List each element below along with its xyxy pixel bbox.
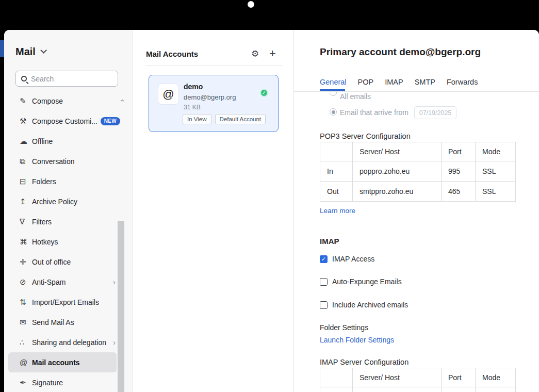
row-server: poppro.zoho.eu: [353, 161, 442, 182]
imap-access-row: IMAP Access: [320, 255, 374, 263]
mode-header: Mode: [476, 368, 516, 387]
row-server: smtppro.zoho.eu: [353, 182, 442, 202]
learn-more-link[interactable]: Learn more: [320, 207, 355, 215]
detail-scroll-area: All emails Email that arrive from 07/19/…: [294, 92, 539, 392]
launch-folder-settings-link[interactable]: Launch Folder Settings: [320, 336, 394, 344]
default-account-badge: Default Account: [215, 114, 266, 124]
server-host-header: Server/ Host: [353, 368, 442, 387]
status-dot: [248, 1, 254, 8]
accounts-settings-gear-icon[interactable]: ⚙: [251, 48, 259, 59]
sidebar-item-archive-policy[interactable]: ↥ Archive Policy: [8, 191, 117, 211]
all-emails-label: All emails: [340, 92, 371, 101]
page-title: Primary account demo@bgerp.org: [320, 46, 481, 58]
account-card-demo[interactable]: @ demo demo@bgerp.org 31 KB In View Defa…: [149, 75, 279, 132]
tab-imap[interactable]: IMAP: [385, 78, 403, 86]
pop3-server-table: Server/ Host Port Mode In poppro.zoho.eu…: [320, 142, 516, 202]
settings-panel: Mail Search ✎ Compose ⚒ Compose Customi.…: [4, 30, 539, 392]
tab-general[interactable]: General: [320, 78, 347, 86]
imap-config-heading: IMAP Server Configuration: [320, 358, 409, 366]
sidebar-item-offline[interactable]: ☁ Offline: [8, 131, 117, 151]
table-corner-cell: [320, 142, 353, 161]
detail-tabs: General POP IMAP SMTP Forwards: [320, 78, 478, 86]
arrive-from-radio[interactable]: [330, 108, 337, 116]
arrive-from-label: Email that arrive from: [340, 108, 409, 117]
row-mode: SSL: [476, 161, 516, 182]
new-badge: NEW: [101, 117, 120, 125]
account-email: demo@bgerp.org: [184, 93, 236, 101]
sidebar-item-signature[interactable]: ✒ Signature: [8, 372, 117, 392]
sidebar-item-import-export[interactable]: ⇅ Import/Export Emails: [8, 292, 117, 312]
tab-smtp[interactable]: SMTP: [415, 78, 435, 86]
sidebar-item-send-mail-as[interactable]: ✉ Send Mail As: [8, 312, 117, 332]
filter-funnel-icon: ∇: [20, 218, 32, 225]
settings-sidebar: Mail Search ✎ Compose ⚒ Compose Customi.…: [4, 30, 133, 392]
search-input[interactable]: Search: [15, 71, 118, 87]
tab-forwards[interactable]: Forwards: [447, 78, 478, 86]
tab-pop[interactable]: POP: [358, 78, 374, 86]
at-sign-icon: @: [20, 358, 32, 366]
send-mail-as-icon: ✉: [20, 318, 32, 326]
account-name: demo: [184, 83, 203, 91]
all-emails-radio[interactable]: [330, 92, 337, 96]
sidebar-item-mail-accounts[interactable]: @ Mail accounts: [8, 352, 117, 372]
add-account-button[interactable]: +: [269, 47, 276, 60]
conversation-icon: ⧉: [20, 157, 32, 165]
mode-header: Mode: [476, 142, 516, 161]
folder-settings-label: Folder Settings: [320, 323, 368, 332]
auto-expunge-label: Auto-Expunge Emails: [332, 277, 402, 286]
account-badges: In View Default Account: [183, 114, 266, 124]
sidebar-item-folders[interactable]: ⊟ Folders: [8, 171, 117, 191]
archive-icon: ↥: [20, 198, 32, 205]
auto-expunge-checkbox[interactable]: [320, 278, 328, 286]
anti-spam-icon: ⊘: [20, 278, 32, 286]
account-size: 31 KB: [184, 104, 201, 111]
include-archived-checkbox[interactable]: [320, 301, 328, 309]
offline-icon: ☁: [20, 137, 32, 145]
row-direction: Out: [320, 182, 353, 202]
chevron-right-icon: ›: [113, 338, 116, 346]
imap-access-checkbox[interactable]: [320, 255, 328, 263]
imap-access-label: IMAP Access: [332, 255, 374, 263]
table-row: Out smtppro.zoho.eu 465 SSL: [320, 182, 516, 202]
import-export-icon: ⇅: [20, 298, 32, 306]
row-port: 465: [442, 182, 476, 202]
compose-icon: ✎: [20, 97, 32, 105]
chevron-down-icon: [40, 47, 47, 54]
active-tab-underline: [320, 89, 345, 91]
sidebar-item-conversation[interactable]: ⧉ Conversation: [8, 151, 117, 171]
active-check-icon: ✓: [260, 89, 268, 97]
sidebar-item-sharing-delegation[interactable]: ∴ Sharing and delegation ›: [8, 332, 117, 352]
sidebar-item-compose-customization[interactable]: ⚒ Compose Customi... NEW: [8, 111, 117, 131]
date-input[interactable]: 07/19/2025: [414, 106, 456, 119]
sidebar-item-filters[interactable]: ∇ Filters: [8, 211, 117, 232]
sidebar-item-hotkeys[interactable]: ⌘ Hotkeys: [8, 232, 117, 252]
sidebar-item-anti-spam[interactable]: ⊘ Anti-Spam ›: [8, 272, 117, 292]
sidebar-item-compose[interactable]: ✎ Compose: [8, 91, 117, 111]
divider: [146, 66, 283, 66]
sidebar-item-out-of-office[interactable]: ✛ Out of office: [8, 252, 117, 272]
row-direction: In: [320, 161, 353, 182]
search-placeholder: Search: [31, 75, 54, 83]
row-mode: SSL: [476, 182, 516, 202]
scroll-up-chevron-icon[interactable]: ›: [118, 97, 126, 104]
sidebar-scrollbar-thumb[interactable]: [118, 221, 124, 392]
mail-app-switcher[interactable]: Mail: [15, 46, 45, 58]
signature-icon: ✒: [20, 379, 32, 386]
include-archived-row: Include Archived emails: [320, 301, 408, 309]
folders-icon: ⊟: [20, 177, 32, 185]
pop3-config-heading: POP3 Server Configuration: [320, 132, 411, 140]
server-host-header: Server/ Host: [353, 142, 442, 161]
row-port: 995: [442, 161, 476, 182]
out-of-office-icon: ✛: [20, 258, 32, 266]
compose-customize-icon: ⚒: [20, 117, 32, 125]
share-icon: ∴: [20, 338, 32, 346]
imap-server-table: Server/ Host Port Mode: [320, 368, 516, 392]
search-icon: [21, 76, 27, 81]
mail-accounts-panel: Mail Accounts ⚙ + @ demo demo@bgerp.org …: [133, 30, 294, 392]
sidebar-list: ✎ Compose ⚒ Compose Customi... NEW ☁ Off…: [4, 91, 132, 392]
port-header: Port: [442, 368, 476, 387]
table-corner-cell: [320, 368, 353, 387]
in-view-badge: In View: [183, 114, 211, 124]
account-avatar: @: [158, 84, 179, 105]
table-row: [320, 387, 516, 392]
